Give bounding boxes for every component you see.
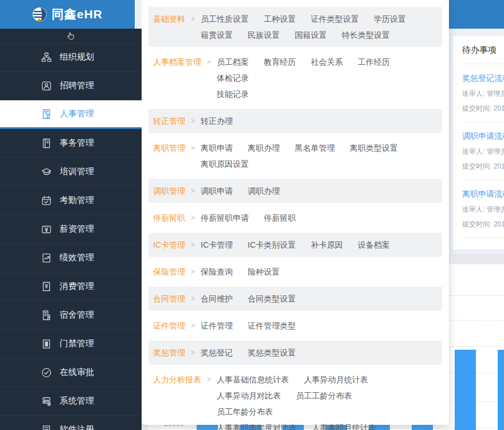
sidebar-item[interactable]: 宿舍管理 [0, 301, 142, 330]
menu-link-line: 奖惩登记奖惩类型设置 [201, 345, 437, 361]
sidebar-item[interactable]: 薪资管理 [0, 215, 142, 244]
menu-link[interactable]: 员工年龄分布表 [217, 404, 273, 420]
menu-row: 调职管理 > 调职申请调职办理 [149, 179, 442, 203]
todo-item: 离职申请流程 送审人: 管理员 提交时间: 2019 [462, 180, 504, 238]
menu-link[interactable]: 补卡原因 [311, 237, 343, 253]
sidebar-item[interactable]: 招聘管理 [0, 72, 142, 100]
menu-link-line: 离职申请离职办理黑名单管理离职类型设置 [201, 140, 437, 156]
todo-item-sender: 送审人: 管理员 [462, 205, 504, 214]
menu-link[interactable]: 员工工龄分布表 [296, 388, 352, 404]
menu-link[interactable]: 教育经历 [264, 54, 296, 70]
menu-link[interactable]: 设备档案 [358, 237, 390, 253]
sidebar-item[interactable]: 门禁管理 [0, 330, 142, 358]
menu-category[interactable]: 证件管理 [153, 318, 185, 334]
sidebar-item[interactable]: 事务管理 [0, 129, 142, 158]
menu-link-line: 人事基础信息统计表人事异动月统计表 [217, 372, 437, 388]
menu-link[interactable]: 证件管理 [201, 318, 233, 334]
menu-link[interactable]: IC卡类别设置 [248, 237, 296, 253]
menu-link[interactable]: 黑名单管理 [295, 140, 335, 156]
todo-item-link[interactable]: 调职申请流程 [462, 131, 504, 142]
menu-link[interactable]: 停薪留职 [264, 210, 296, 226]
chart-bar [498, 350, 504, 430]
sidebar-item-label: 薪资管理 [60, 224, 94, 234]
sidebar-item[interactable]: 绩效管理 [0, 244, 142, 272]
menu-category[interactable]: 奖惩管理 [153, 345, 185, 361]
todo-item-link[interactable]: 离职申请流程 [462, 189, 504, 200]
menu-link[interactable]: 人事基础信息统计表 [217, 372, 289, 388]
menu-category[interactable]: 停薪留职 [153, 210, 185, 226]
menu-category[interactable]: IC卡管理 [153, 237, 185, 253]
todo-item-link[interactable]: 奖惩登记流程 [462, 73, 504, 84]
menu-row: 证件管理 > 证件管理证件管理类型 [149, 314, 442, 338]
sidebar-scrollbar[interactable] [135, 0, 142, 29]
menu-link[interactable]: 学历设置 [374, 11, 406, 27]
menu-link[interactable]: 转正办理 [201, 113, 233, 129]
menu-links: 员工档案教育经历社会关系工作经历体检记录技能记录 [217, 54, 437, 102]
sidebar-item-label: 考勤管理 [60, 195, 94, 206]
sidebar-collapse-button[interactable] [0, 29, 142, 44]
menu-link[interactable]: 离职原因设置 [201, 156, 249, 172]
sidebar-item[interactable]: 人事管理 [0, 100, 142, 129]
menu-link[interactable]: 社会关系 [311, 54, 343, 70]
menu-link[interactable]: 证件类型设置 [311, 11, 359, 27]
sidebar-item[interactable]: 培训管理 [0, 158, 142, 186]
menu-category[interactable]: 基础资料 [153, 11, 185, 27]
menu-category[interactable]: 离职管理 [153, 140, 185, 156]
todo-item-time: 提交时间: 2019 [462, 162, 504, 171]
menu-link[interactable]: 停薪留职申请 [201, 210, 249, 226]
menu-link[interactable]: 离职类型设置 [350, 140, 398, 156]
menu-link[interactable]: 人事离职率年度对比表 [217, 420, 297, 430]
sidebar-item[interactable]: 消费管理 [0, 272, 142, 301]
chevron-icon: > [191, 264, 195, 280]
menu-link[interactable]: 人事异动月对比表 [217, 388, 281, 404]
menu-link[interactable]: 奖惩类型设置 [248, 345, 296, 361]
menu-link-line: 调职申请调职办理 [201, 183, 437, 199]
menu-link[interactable]: 体检记录 [217, 70, 249, 86]
menu-link[interactable]: 员工档案 [217, 54, 249, 70]
menu-link[interactable]: 工种设置 [264, 11, 296, 27]
menu-category[interactable]: 保险管理 [153, 264, 185, 280]
sidebar-item-label: 培训管理 [60, 166, 94, 177]
menu-link[interactable]: 人事离职月统计表 [312, 420, 376, 430]
menu-link[interactable]: 险种设置 [248, 264, 280, 280]
menu-link[interactable]: 保险查询 [201, 264, 233, 280]
menu-category[interactable]: 合同管理 [153, 291, 185, 307]
menu-link-line: 证件管理证件管理类型 [201, 318, 437, 334]
menu-link[interactable]: 特长类型设置 [342, 27, 390, 43]
sidebar-item[interactable]: 组织规划 [0, 43, 142, 72]
menu-link[interactable]: 证件管理类型 [248, 318, 296, 334]
menu-link[interactable]: 民族设置 [248, 27, 280, 43]
sidebar-item[interactable]: 软件注册 [0, 416, 142, 430]
menu-link[interactable]: IC卡管理 [201, 237, 233, 253]
menu-links: 证件管理证件管理类型 [201, 318, 437, 334]
menu-link[interactable]: 调职申请 [201, 183, 233, 199]
sidebar-item[interactable]: 在线审批 [0, 358, 142, 387]
menu-link[interactable]: 离职办理 [248, 140, 280, 156]
menu-link[interactable]: 离职申请 [201, 140, 233, 156]
menu-link[interactable]: 员工性质设置 [201, 11, 249, 27]
menu-link[interactable]: 奖惩登记 [201, 345, 233, 361]
menu-category[interactable]: 人力分析报表 [153, 372, 201, 388]
menu-row: 基础资料 > 员工性质设置工种设置证件类型设置学历设置籍贯设置民族设置国籍设置特… [149, 7, 442, 47]
hand-pointer-icon [66, 31, 76, 41]
menu-link[interactable]: 技能记录 [217, 86, 249, 102]
sidebar-item[interactable]: 考勤管理 [0, 186, 142, 215]
menu-links: 奖惩登记奖惩类型设置 [201, 345, 437, 361]
access-door-icon [41, 339, 52, 349]
menu-link[interactable]: 人事异动月统计表 [304, 372, 368, 388]
chevron-icon: > [191, 140, 195, 156]
todo-item-time: 提交时间: 2019 [462, 104, 504, 114]
menu-link[interactable]: 工作经历 [358, 54, 390, 70]
menu-link[interactable]: 合同维护 [201, 291, 233, 307]
sidebar-item[interactable]: 系统管理 [0, 387, 142, 416]
menu-link[interactable]: 国籍设置 [295, 27, 327, 43]
menu-category[interactable]: 转正管理 [153, 113, 185, 129]
menu-link-line: 员工档案教育经历社会关系工作经历体检记录 [217, 54, 437, 86]
menu-link[interactable]: 调职办理 [248, 183, 280, 199]
menu-category[interactable]: 人事档案管理 [153, 54, 201, 70]
menu-link[interactable]: 合同类型设置 [248, 291, 296, 307]
menu-links: 合同维护合同类型设置 [201, 291, 437, 307]
menu-category[interactable]: 调职管理 [153, 183, 185, 199]
menu-link[interactable]: 籍贯设置 [201, 27, 233, 43]
affairs-book-icon [41, 138, 52, 148]
